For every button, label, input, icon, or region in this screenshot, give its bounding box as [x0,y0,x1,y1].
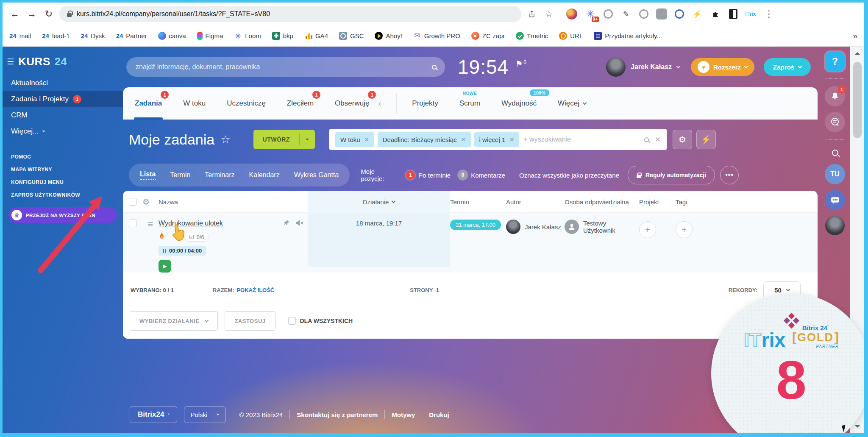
view-termin[interactable]: Termin [170,171,190,179]
bookmark-url[interactable]: URL [559,32,583,40]
bookmark-articles[interactable]: Przydatne artykuły... [594,32,662,40]
add-tag-button[interactable]: + [676,221,693,238]
responsible-user[interactable]: Testowy Użytkownik [565,220,639,234]
user-chat-avatar-tu[interactable]: TU [825,164,845,184]
search-icon[interactable] [644,137,649,142]
bookmark-partner[interactable]: 24Partner [116,32,147,40]
column-header-autor[interactable]: Autor [506,191,565,213]
bookmark-tmetric[interactable]: Tmetric [516,32,548,40]
pin-icon[interactable] [284,220,290,227]
check-extension-icon[interactable] [604,9,613,19]
upgrade-plan-button[interactable]: ♛ PRZEJDŹ NA WYŻSZY PLAN [8,207,117,223]
bitrix24-brand-button[interactable]: Bitrix24° [130,406,177,423]
filter-search-input[interactable] [523,135,641,144]
themes-link[interactable]: Motywy [392,411,415,418]
close-icon[interactable]: ✕ [509,136,514,143]
sidebar-item-zadania-i-projekty[interactable]: Zadania i Projekty 1 [3,91,123,107]
invite-button[interactable]: Zaproś [764,58,811,76]
feed-button[interactable] [825,112,845,132]
sidebar-item-mapa-witryny[interactable]: MAPA WITRYNY [3,163,123,176]
contact-partner-link[interactable]: Skontaktuj się z partnerem [297,411,378,418]
bookmark-lead1[interactable]: 24lead-1 [42,32,70,40]
close-icon[interactable]: ✕ [461,136,466,143]
columns-gear-icon[interactable]: ⚙ [142,197,150,207]
filter-chip-deadline[interactable]: Deadline: Bieżący miesiąc✕ [378,132,471,147]
column-header-tagi[interactable]: Tagi [676,191,715,213]
sidebar-item-konfiguruj-menu[interactable]: KONFIGURUJ MENU [3,176,123,189]
checkbox[interactable] [288,317,296,325]
bookmark-growth-pro[interactable]: ✉Growth PRO [413,32,460,40]
view-wykres-gantta[interactable]: Wykres Gantta [294,171,339,179]
bookmark-ga4[interactable]: GA4 [304,32,328,40]
url-text[interactable]: kurs.bitrix24.pl/company/personal/user/1… [77,10,270,18]
clock-extension-icon[interactable] [639,9,648,19]
sidebar-item-zapros-uzytkownikow[interactable]: ZAPROŚ UŻYTKOWNIKÓW [3,189,123,201]
puzzle-extensions-icon[interactable] [710,8,721,19]
bookmarks-overflow-chevron[interactable]: » [853,31,857,41]
column-header-osoba[interactable]: Osoba odpowiedzialna [565,191,639,213]
overdue-counter[interactable]: 1 Po terminie [406,170,451,180]
view-terminarz[interactable]: Terminarz [205,171,234,179]
reader-mode-icon[interactable] [729,9,737,19]
global-search[interactable] [126,57,445,77]
tab-zlecilem[interactable]: Zleciłem1 [287,87,314,120]
favorite-star-icon[interactable]: ☆ [220,133,230,146]
checklist-counter[interactable]: ☑0/6 [184,233,209,242]
profile-avatar-itrix[interactable]: ITrix [745,11,756,17]
tabs-collapse-chevron[interactable]: ‹ [378,99,381,108]
sidebar-item-wiecej[interactable]: Więcej... [3,123,123,139]
bookmark-zc-zapr[interactable]: ZC zapr [471,32,505,40]
add-project-button[interactable]: + [639,221,656,238]
clear-filter-icon[interactable]: ✕ [655,135,661,144]
time-tracker[interactable]: 00:00 / 04:00 [159,246,206,256]
onepassword-extension-icon[interactable] [675,9,684,19]
sidebar-item-crm[interactable]: CRM [3,107,123,123]
more-options-button[interactable]: ••• [720,166,739,184]
select-all-checkbox[interactable] [129,198,136,206]
scroll-up-arrow[interactable] [850,47,864,60]
filter-bar[interactable]: W toku✕ Deadline: Bieżący miesiąc✕ i wię… [329,129,667,150]
scrollbar-thumb[interactable] [853,62,862,138]
for-all-checkbox[interactable]: DLA WSZYSTKICH [288,317,353,325]
grid-settings-gear-icon[interactable]: ⚙ [673,130,692,149]
share-icon[interactable] [526,10,538,18]
bookmark-figma[interactable]: Figma [197,32,223,40]
notifications-bell-button[interactable]: 1 [825,86,845,106]
tab-wydajnosc[interactable]: 100%Wydajność [501,87,537,120]
tab-obserwuje[interactable]: Obserwuję1 [335,87,369,120]
work-clock[interactable]: 19:54 [458,56,509,78]
tab-uczestnicze[interactable]: Uczestniczę [227,87,266,120]
bookmark-gsc[interactable]: GSC [339,32,364,40]
tab-zadania[interactable]: Zadania1 [135,87,162,120]
deadline-badge[interactable]: 21 marca, 17:00 [450,220,501,230]
search-icon[interactable] [432,65,437,70]
bookmark-bkp[interactable]: bkp [272,32,293,40]
flash-extension-icon[interactable]: ⚡ [692,8,703,19]
sidebar-search-icon[interactable] [832,150,838,156]
browser-menu-icon[interactable]: ⋮ [764,8,773,19]
row-checkbox[interactable] [129,220,136,227]
tab-w-toku[interactable]: W toku [183,87,206,120]
bookmark-star-icon[interactable]: ☆ [542,9,555,19]
sidebar-item-aktualnosci[interactable]: Aktualności [3,75,123,91]
start-task-play-button[interactable]: ▶ [159,260,171,273]
forward-icon[interactable]: → [25,8,38,19]
language-select[interactable]: Polski [184,406,225,423]
bookmark-loom[interactable]: ✳Loom [234,32,261,40]
show-count-link[interactable]: POKAŻ ILOŚĆ [236,287,274,293]
column-header-dzialanie[interactable]: Działanie [308,191,450,213]
author-user[interactable]: Jarek Kałasz [506,220,565,234]
choose-action-dropdown[interactable]: WYBIERZ DZIAŁANIE [130,311,218,331]
tab-scrum[interactable]: NOWEScrum [459,87,480,120]
global-search-input[interactable] [135,63,427,71]
bookmark-mail[interactable]: 24mail [9,32,31,40]
gray-extension-icon[interactable] [656,8,667,19]
mark-all-read-link[interactable]: Oznacz wszystkie jako przeczytane [519,172,619,179]
bookmark-dysk[interactable]: 24Dysk [81,32,105,40]
hamburger-menu-icon[interactable]: ☰ [7,57,14,67]
view-lista[interactable]: Lista [140,170,156,180]
help-button[interactable]: ? [825,52,845,71]
create-dropdown[interactable] [300,137,315,142]
bookmark-ahoy[interactable]: Ahoy! [375,32,402,40]
tab-wiecej[interactable]: Więcej [558,87,586,120]
